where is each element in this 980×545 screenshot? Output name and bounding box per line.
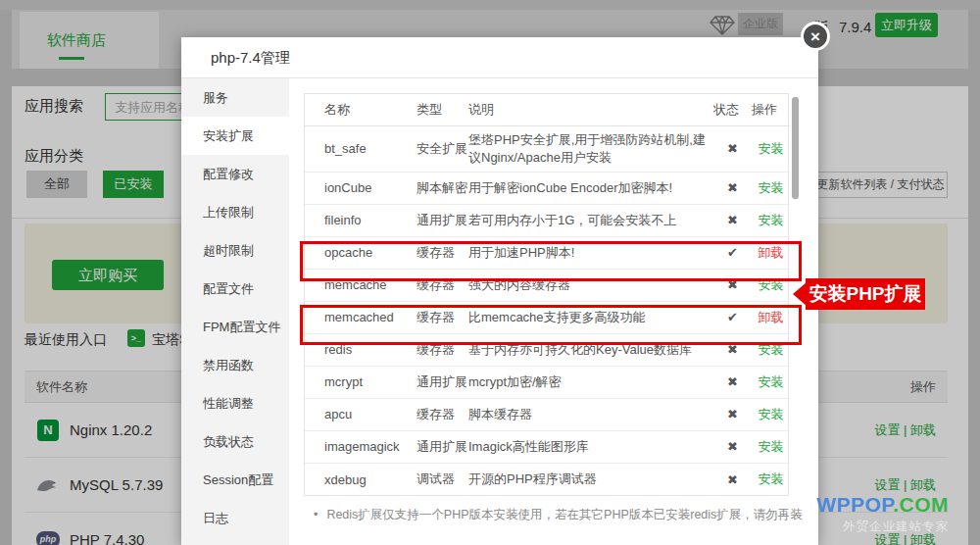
header-desc: 说明: [468, 94, 713, 125]
ext-type: 缓存器: [416, 333, 468, 366]
ext-desc: 比memcache支持更多高级功能: [468, 301, 713, 333]
ext-desc: 脚本缓存器: [468, 398, 713, 430]
ext-desc: 堡塔PHP安全扩展,用于增强防跨站机制,建议Nginx/Apache用户安装: [468, 125, 713, 172]
ext-type: 缓存器: [416, 269, 468, 301]
ext-type: 缓存器: [416, 301, 468, 333]
extension-row-mcrypt: mcrypt通用扩展mcrypt加密/解密✖安装: [305, 366, 790, 398]
sidebar-item-3[interactable]: 上传限制: [181, 193, 289, 231]
ext-name: memcached: [305, 301, 416, 333]
ext-name: redis: [305, 333, 416, 366]
ext-desc: 用于加速PHP脚本!: [468, 236, 713, 269]
sidebar-item-0[interactable]: 服务: [181, 78, 289, 117]
ext-type: 安全扩展: [416, 125, 468, 172]
ext-type: 缓存器: [416, 398, 468, 430]
ext-status-icon: ✔: [713, 301, 752, 333]
php74-manage-modal: × php-7.4管理 服务安装扩展配置修改上传限制超时限制配置文件FPM配置文…: [181, 37, 818, 545]
sidebar-item-5[interactable]: 配置文件: [181, 270, 289, 308]
install-link[interactable]: 安装: [759, 141, 784, 156]
ext-type: 脚本解密: [416, 172, 468, 204]
ext-desc: 用于解密ionCube Encoder加密脚本!: [468, 172, 713, 204]
ext-status-icon: ✖: [713, 463, 752, 495]
ext-status-icon: ✖: [713, 430, 752, 463]
ext-status-icon: ✖: [713, 125, 752, 172]
ext-status-icon: ✖: [713, 172, 752, 204]
ext-status-icon: ✖: [713, 269, 752, 301]
uninstall-link[interactable]: 卸载: [759, 310, 784, 324]
ext-status-icon: ✖: [713, 398, 752, 430]
scrollbar-thumb[interactable]: [792, 97, 799, 199]
ext-desc: 基于内存亦可持久化的Key-Value数据库: [468, 333, 713, 366]
ext-status-icon: ✖: [713, 333, 752, 366]
ext-action-cell: 安装: [752, 366, 790, 398]
extension-row-memcached: memcached缓存器比memcache支持更多高级功能✔卸载: [305, 301, 790, 333]
note-bullet: •: [314, 508, 318, 521]
extension-table: 名称 类型 说明 状态 操作 bt_safe安全扩展堡塔PHP安全扩展,用于增强…: [304, 93, 789, 496]
note-text: Redis扩展仅支持一个PHP版本安装使用，若在其它PHP版本已安装redis扩…: [326, 508, 802, 521]
extension-row-bt_safe: bt_safe安全扩展堡塔PHP安全扩展,用于增强防跨站机制,建议Nginx/A…: [305, 125, 790, 172]
ext-action-cell: 安装: [752, 269, 790, 301]
extension-row-memcache: memcache缓存器强大的内容缓存器✖安装: [305, 269, 790, 301]
modal-title: php-7.4管理: [181, 37, 818, 78]
header-action: 操作: [752, 94, 790, 125]
install-link[interactable]: 安装: [759, 374, 784, 389]
install-link[interactable]: 安装: [759, 342, 784, 357]
ext-action-cell: 安装: [752, 125, 790, 172]
install-link[interactable]: 安装: [759, 407, 784, 421]
ext-desc: 强大的内容缓存器: [468, 269, 713, 301]
sidebar-item-1[interactable]: 安装扩展: [181, 117, 289, 155]
extension-row-imagemagick: imagemagick通用扩展Imagick高性能图形库✖安装: [305, 430, 790, 463]
header-name: 名称: [305, 94, 416, 125]
install-link[interactable]: 安装: [759, 471, 784, 486]
ext-type: 通用扩展: [416, 204, 468, 236]
install-link[interactable]: 安装: [759, 277, 784, 292]
ext-status-icon: ✖: [713, 366, 752, 398]
ext-name: apcu: [305, 398, 416, 430]
ext-status-icon: ✖: [713, 204, 752, 236]
modal-content: 名称 类型 说明 状态 操作 bt_safe安全扩展堡塔PHP安全扩展,用于增强…: [289, 78, 818, 545]
ext-action-cell: 安装: [752, 172, 790, 204]
ext-type: 调试器: [416, 463, 468, 495]
ext-action-cell: 卸载: [752, 301, 790, 333]
sidebar-item-10[interactable]: Session配置: [181, 461, 289, 499]
ext-desc: mcrypt加密/解密: [468, 366, 713, 398]
install-link[interactable]: 安装: [759, 439, 784, 454]
sidebar-item-4[interactable]: 超时限制: [181, 231, 289, 270]
extension-table-body: bt_safe安全扩展堡塔PHP安全扩展,用于增强防跨站机制,建议Nginx/A…: [305, 125, 790, 495]
sidebar-item-6[interactable]: FPM配置文件: [181, 308, 289, 346]
sidebar-item-8[interactable]: 性能调整: [181, 384, 289, 422]
modal-sidebar: 服务安装扩展配置修改上传限制超时限制配置文件FPM配置文件禁用函数性能调整负载状…: [181, 78, 289, 545]
sidebar-item-9[interactable]: 负载状态: [181, 422, 289, 461]
uninstall-link[interactable]: 卸载: [759, 245, 784, 260]
ext-name: mcrypt: [305, 366, 416, 398]
extension-row-xdebug: xdebug调试器开源的PHP程序调试器✖安装: [305, 463, 790, 495]
sidebar-item-2[interactable]: 配置修改: [181, 155, 289, 193]
ext-name: xdebug: [305, 463, 416, 495]
sidebar-item-7[interactable]: 禁用函数: [181, 346, 289, 384]
ext-name: opcache: [305, 236, 416, 269]
sidebar-item-11[interactable]: 日志: [181, 499, 289, 537]
install-link[interactable]: 安装: [759, 180, 784, 195]
install-link[interactable]: 安装: [759, 213, 784, 227]
extension-row-fileinfo: fileinfo通用扩展若可用内存小于1G，可能会安装不上✖安装: [305, 204, 790, 236]
ext-action-cell: 安装: [752, 333, 790, 366]
extension-row-opcache: opcache缓存器用于加速PHP脚本!✔卸载: [305, 236, 790, 269]
ext-action-cell: 安装: [752, 204, 790, 236]
extension-row-redis: redis缓存器基于内存亦可持久化的Key-Value数据库✖安装: [305, 333, 790, 366]
ext-desc: 开源的PHP程序调试器: [468, 463, 713, 495]
header-type: 类型: [416, 94, 468, 125]
ext-action-cell: 卸载: [752, 236, 790, 269]
ext-action-cell: 安装: [752, 463, 790, 495]
ext-status-icon: ✔: [713, 236, 752, 269]
extension-table-header: 名称 类型 说明 状态 操作: [305, 94, 790, 125]
ext-name: imagemagick: [305, 430, 416, 463]
ext-name: bt_safe: [305, 125, 416, 172]
ext-name: fileinfo: [305, 204, 416, 236]
ext-action-cell: 安装: [752, 398, 790, 430]
close-icon[interactable]: ×: [801, 22, 830, 51]
redis-note: •Redis扩展仅支持一个PHP版本安装使用，若在其它PHP版本已安装redis…: [314, 507, 818, 523]
ext-name: ionCube: [305, 172, 416, 204]
ext-name: memcache: [305, 269, 416, 301]
ext-action-cell: 安装: [752, 430, 790, 463]
ext-type: 通用扩展: [416, 366, 468, 398]
extension-row-ionCube: ionCube脚本解密用于解密ionCube Encoder加密脚本!✖安装: [305, 172, 790, 204]
